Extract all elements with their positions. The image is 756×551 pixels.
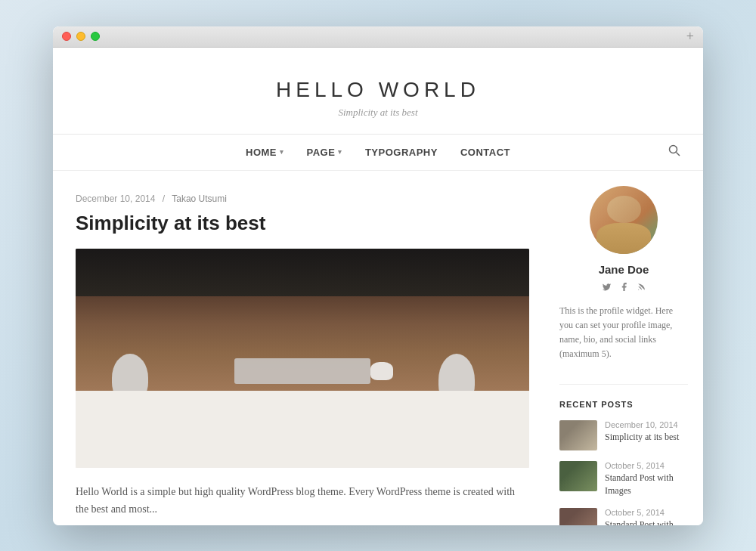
sidebar: Jane Doe <box>552 171 703 525</box>
post-author[interactable]: Takao Utsumi <box>172 193 227 204</box>
site-header: HELLO WORLD Simplicity at its best <box>53 48 703 135</box>
recent-post-thumbnail <box>559 508 597 525</box>
post-meta: December 10, 2014 / Takao Utsumi <box>76 193 529 204</box>
divider <box>559 384 688 385</box>
recent-post-info: October 5, 2014 Standard Post with Quote… <box>605 508 688 525</box>
rss-icon[interactable] <box>637 282 646 295</box>
profile-widget: Jane Doe <box>559 186 688 362</box>
desk-image <box>76 249 529 468</box>
svg-point-0 <box>670 146 677 153</box>
content-area: December 10, 2014 / Takao Utsumi Simplic… <box>53 171 552 525</box>
site-tagline: Simplicity at its best <box>68 107 688 119</box>
recent-post-item: December 10, 2014 Simplicity at its best <box>559 420 688 450</box>
post-title[interactable]: Simplicity at its best <box>76 212 529 235</box>
mouse <box>370 362 393 379</box>
nav-item-typography[interactable]: TYPOGRAPHY <box>365 147 438 158</box>
avatar <box>590 186 658 254</box>
nav-item-home[interactable]: HOME ▾ <box>246 147 284 158</box>
recent-post-link[interactable]: Simplicity at its best <box>605 431 688 444</box>
recent-post-item: October 5, 2014 Standard Post with Quote… <box>559 508 688 525</box>
profile-name: Jane Doe <box>559 263 688 276</box>
post-excerpt: Hello World is a simple but high quality… <box>76 483 529 519</box>
separator: / <box>163 193 165 204</box>
facebook-icon[interactable] <box>619 282 629 295</box>
recent-post-link[interactable]: Standard Post with Quotes <box>605 518 688 525</box>
svg-point-2 <box>638 289 639 289</box>
svg-line-1 <box>677 153 680 156</box>
browser-window: + HELLO WORLD Simplicity at its best HOM… <box>53 26 703 525</box>
recent-post-info: December 10, 2014 Simplicity at its best <box>605 420 688 444</box>
nav-item-page[interactable]: PAGE ▾ <box>307 147 342 158</box>
recent-post-thumbnail <box>559 461 597 491</box>
social-links <box>559 282 688 295</box>
chevron-down-icon: ▾ <box>280 148 284 156</box>
traffic-lights <box>62 32 100 41</box>
speaker-right <box>438 354 475 407</box>
nav-items: HOME ▾ PAGE ▾ TYPOGRAPHY CONTACT <box>246 147 510 158</box>
site-wrapper: HELLO WORLD Simplicity at its best HOME … <box>53 48 703 525</box>
nav-item-contact[interactable]: CONTACT <box>460 147 510 158</box>
site-title[interactable]: HELLO WORLD <box>68 78 688 102</box>
twitter-icon[interactable] <box>602 282 612 295</box>
search-icon[interactable] <box>668 144 680 159</box>
post-featured-image <box>76 249 529 468</box>
site-nav: HOME ▾ PAGE ▾ TYPOGRAPHY CONTACT <box>53 135 703 171</box>
recent-post-date: December 10, 2014 <box>605 420 688 429</box>
speaker-left <box>112 354 148 402</box>
close-button[interactable] <box>62 32 71 41</box>
browser-content: HELLO WORLD Simplicity at its best HOME … <box>53 48 703 525</box>
recent-post-info: October 5, 2014 Standard Post with Image… <box>605 461 688 497</box>
profile-bio: This is the profile widget. Here you can… <box>559 304 688 362</box>
recent-posts-widget: RECENT POSTS December 10, 2014 Simplicit… <box>559 400 688 525</box>
titlebar: + <box>53 26 703 48</box>
recent-post-item: October 5, 2014 Standard Post with Image… <box>559 461 688 497</box>
recent-post-date: October 5, 2014 <box>605 461 688 470</box>
keyboard <box>234 358 370 385</box>
recent-post-thumbnail <box>559 420 597 450</box>
new-tab-button[interactable]: + <box>686 29 694 45</box>
recent-post-link[interactable]: Standard Post with Images <box>605 472 688 497</box>
minimize-button[interactable] <box>76 32 85 41</box>
main-layout: December 10, 2014 / Takao Utsumi Simplic… <box>53 171 703 525</box>
recent-post-date: October 5, 2014 <box>605 508 688 517</box>
post-date: December 10, 2014 <box>76 193 155 204</box>
recent-posts-title: RECENT POSTS <box>559 400 688 409</box>
maximize-button[interactable] <box>91 32 100 41</box>
chevron-down-icon: ▾ <box>338 148 342 156</box>
